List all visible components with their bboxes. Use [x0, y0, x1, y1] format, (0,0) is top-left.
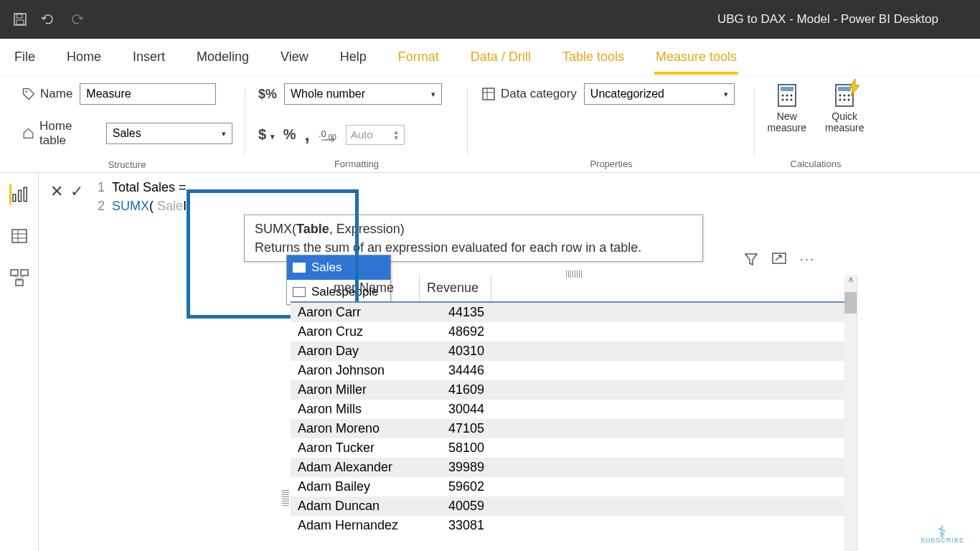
table-scrollbar[interactable]: ∧	[844, 275, 857, 551]
table-icon	[293, 263, 306, 273]
svg-point-24	[848, 99, 850, 101]
formula-editor[interactable]: 1Total Sales = 2SUMX( SaleⅠ SUMX(Table, …	[98, 178, 980, 215]
table-row[interactable]: Aaron Carr44135	[291, 303, 857, 322]
table-row[interactable]: Adam Bailey59602	[291, 477, 857, 496]
table-row[interactable]: Aaron Cruz48692	[291, 322, 857, 342]
column-header-revenue[interactable]: Revenue	[420, 275, 491, 301]
data-view-button[interactable]	[9, 226, 29, 246]
save-icon[interactable]	[13, 12, 27, 27]
resize-grip-left[interactable]	[282, 490, 289, 506]
calculator-icon	[775, 83, 799, 108]
decimal-places-input[interactable]: Auto ▲▼	[346, 125, 405, 145]
chevron-down-icon: ▾	[724, 90, 728, 99]
table-visual[interactable]: mer Name Revenue Aaron Carr44135Aaron Cr…	[291, 275, 857, 551]
formula-function: SUMX	[112, 199, 149, 213]
category-icon	[481, 86, 496, 102]
cell-name: Aaron Carr	[291, 303, 420, 322]
cell-revenue: 44135	[420, 303, 491, 322]
name-field-label: Name	[22, 87, 72, 101]
cell-name: Adam Hernandez	[291, 516, 420, 535]
cell-revenue: 41609	[420, 380, 491, 400]
svg-point-20	[844, 95, 846, 97]
ribbon-group-formatting: $% Whole number ▾ $ ▾ % , .0.00 Auto ▲▼ …	[245, 83, 468, 172]
group-label-calculations: Calculations	[768, 154, 864, 172]
ribbon-group-calculations: New measure Quick measure Calculations	[755, 83, 877, 172]
tab-file[interactable]: File	[13, 41, 37, 73]
formula-line-1: Total Sales =	[112, 180, 187, 194]
svg-point-3	[25, 90, 27, 93]
quick-calculator-icon	[832, 83, 857, 108]
svg-rect-32	[11, 270, 18, 276]
tab-help[interactable]: Help	[339, 41, 368, 73]
cell-name: Adam Alexander	[291, 458, 420, 477]
svg-point-11	[781, 95, 783, 97]
svg-rect-37	[773, 253, 786, 263]
tab-view[interactable]: View	[279, 41, 310, 73]
more-options-icon[interactable]: ···	[800, 252, 815, 267]
cancel-formula-button[interactable]: ✕	[50, 182, 63, 201]
model-view-button[interactable]	[9, 268, 29, 288]
home-table-value: Sales	[113, 127, 141, 140]
data-category-combo[interactable]: Uncategorized ▾	[584, 83, 735, 105]
cell-name: Aaron Cruz	[291, 322, 420, 342]
group-label-formatting: Formatting	[258, 154, 455, 172]
new-measure-button[interactable]: New measure	[763, 83, 811, 133]
dna-icon: ⚕	[920, 528, 964, 537]
tab-measure-tools[interactable]: Measure tools	[654, 41, 738, 73]
report-view-button[interactable]	[9, 184, 29, 204]
format-combo[interactable]: Whole number ▾	[284, 83, 442, 105]
decimal-button[interactable]: .0.00	[319, 127, 337, 143]
name-label-text: Name	[40, 87, 72, 101]
svg-point-13	[790, 95, 792, 97]
title-bar: UBG to DAX - Model - Power BI Desktop	[0, 0, 980, 39]
table-row[interactable]: Aaron Tucker58100	[291, 438, 857, 458]
window-title: UBG to DAX - Model - Power BI Desktop	[85, 12, 967, 27]
tab-home[interactable]: Home	[65, 41, 103, 73]
measure-name-input[interactable]: Measure	[80, 83, 216, 105]
table-row[interactable]: Adam Hernandez33081	[291, 516, 857, 535]
focus-mode-icon[interactable]	[771, 252, 787, 267]
chevron-down-icon: ▾	[222, 129, 226, 138]
tab-insert[interactable]: Insert	[131, 41, 166, 73]
svg-rect-27	[24, 187, 27, 201]
home-table-combo[interactable]: Sales ▾	[106, 123, 232, 144]
tab-table-tools[interactable]: Table tools	[561, 41, 626, 73]
ribbon: Name Measure Home table Sales ▾ Structur…	[0, 76, 980, 173]
cell-revenue: 30044	[420, 400, 491, 419]
quick-measure-button[interactable]: Quick measure	[821, 83, 868, 133]
table-row[interactable]: Adam Alexander39989	[291, 458, 857, 477]
tab-modeling[interactable]: Modeling	[195, 41, 250, 73]
svg-rect-25	[12, 194, 15, 202]
table-row[interactable]: Aaron Johnson34446	[291, 361, 857, 380]
tab-format[interactable]: Format	[397, 41, 440, 73]
redo-icon[interactable]	[69, 12, 85, 27]
svg-line-36	[19, 276, 24, 280]
cell-revenue: 59602	[420, 477, 491, 496]
scroll-thumb[interactable]	[844, 292, 857, 314]
left-view-rail	[0, 173, 39, 551]
svg-rect-2	[17, 20, 24, 24]
svg-point-12	[786, 95, 788, 97]
table-body: Aaron Carr44135Aaron Cruz48692Aaron Day4…	[291, 303, 857, 535]
table-row[interactable]: Adam Duncan40059	[291, 496, 857, 516]
table-row[interactable]: Aaron Mills30044	[291, 400, 857, 419]
scroll-up-icon[interactable]: ∧	[844, 275, 857, 284]
undo-icon[interactable]	[40, 12, 56, 27]
commit-formula-button[interactable]: ✓	[70, 182, 83, 201]
currency-button[interactable]: $ ▾	[258, 126, 275, 143]
table-row[interactable]: Aaron Moreno47105	[291, 419, 857, 438]
cell-name: Aaron Miller	[291, 380, 420, 400]
cell-name: Aaron Moreno	[291, 419, 420, 438]
filter-icon[interactable]	[744, 252, 758, 267]
cell-name: Aaron Tucker	[291, 438, 420, 458]
chevron-down-icon: ▾	[431, 90, 435, 99]
column-header-name[interactable]: mer Name	[291, 275, 420, 301]
percent-button[interactable]: %	[283, 126, 296, 143]
spin-down-icon[interactable]: ▼	[393, 135, 400, 141]
table-row[interactable]: Aaron Miller41609	[291, 380, 857, 400]
comma-button[interactable]: ,	[304, 123, 309, 146]
table-row[interactable]: Aaron Day40310	[291, 342, 857, 361]
svg-point-23	[844, 99, 846, 101]
tab-data-drill[interactable]: Data / Drill	[469, 41, 532, 73]
cell-revenue: 47105	[420, 419, 491, 438]
